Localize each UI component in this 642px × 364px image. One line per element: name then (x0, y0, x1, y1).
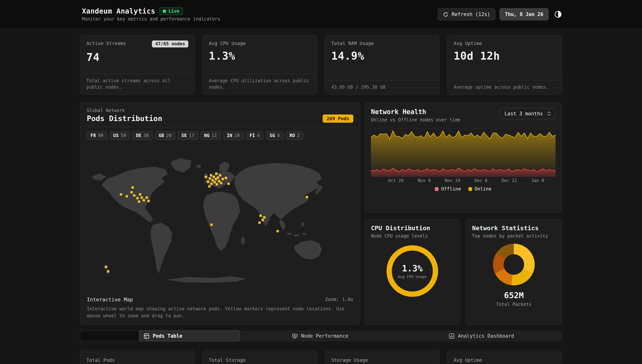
tab-analytics-dashboard[interactable]: Analytics Dashboard (401, 330, 562, 342)
stat-card-total-storage: Total Storage (202, 350, 317, 364)
offline-swatch-icon (435, 187, 439, 191)
map-zoom-label: Zoom: 1.0x (325, 296, 353, 302)
stat-label: Avg Uptime (454, 357, 482, 363)
country-count: 30 (143, 133, 149, 138)
health-chart-svg (371, 129, 556, 177)
refresh-button[interactable]: Refresh (12s) (438, 8, 495, 20)
stat-card-avg-cpu: Avg CPU Usage 1.3% Average CPU utilizati… (202, 35, 317, 95)
header: Xandeum Analytics Live Monitor your key … (0, 0, 642, 29)
pods-title: Pods Distribution (87, 114, 162, 123)
country-count: 17 (189, 133, 194, 138)
date-button[interactable]: Thu, 8 Jan 26 (500, 8, 548, 20)
country-code: IN (227, 133, 232, 138)
country-count: 4 (277, 133, 280, 138)
bar-chart-icon (449, 333, 455, 338)
stat-card-total-pods: Total Pods (80, 350, 195, 364)
chart-legend: Offline Online (371, 186, 556, 192)
tab-label: Pods Table (153, 333, 182, 338)
stat-description: 43.89 GB / 295.30 GB (325, 80, 439, 94)
chevron-up-down-icon (547, 111, 551, 116)
nodes-count-badge: 47/65 nodes (152, 40, 188, 48)
country-count: 99 (98, 133, 103, 138)
date-label: Thu, 8 Jan 26 (505, 12, 543, 17)
stat-card-avg-uptime: Avg Uptime 10d 12h Average uptime across… (447, 35, 562, 95)
country-chip-ng[interactable]: NG11 (200, 131, 221, 140)
country-chip-us[interactable]: US59 (110, 131, 130, 140)
bottom-stats-row: Total Pods Total Storage Storage Usage A… (80, 350, 562, 364)
country-chip-ro[interactable]: RO2 (286, 131, 303, 140)
legend-item-online: Online (468, 186, 492, 192)
live-badge: Live (159, 7, 183, 15)
map-footer-label: Interactive Map (87, 296, 133, 303)
stat-label: Total Pods (86, 357, 115, 363)
tab-node-performance[interactable]: Node Performance (240, 330, 401, 342)
time-range-select[interactable]: Last 3 months (500, 108, 555, 119)
country-chip-sg[interactable]: SG4 (266, 131, 284, 140)
app-title: Xandeum Analytics (82, 7, 155, 15)
country-chip-de[interactable]: DE30 (132, 131, 153, 140)
country-code: FI (250, 133, 255, 138)
world-map-svg (87, 142, 353, 296)
x-tick: Nov 9 (418, 178, 431, 183)
stat-label: Avg CPU Usage (209, 40, 246, 46)
country-count: 20 (166, 133, 171, 138)
stats-row: Active Streams 47/65 nodes 74 Total acti… (80, 35, 562, 95)
x-tick: Jan 8 (531, 178, 544, 183)
stat-value: 10d 12h (454, 50, 556, 62)
stat-label: Total Storage (209, 357, 246, 363)
bottom-tabbar: Pods Table Node Performance Analytics Da… (80, 330, 562, 342)
legend-label: Offline (441, 186, 461, 192)
country-chip-fr[interactable]: FR99 (87, 131, 107, 140)
country-code: SG (270, 133, 275, 138)
country-chip-in[interactable]: IN10 (223, 131, 244, 140)
country-code: NG (204, 133, 209, 138)
cpu-distribution-subtitle: Node CPU usage levels (371, 234, 428, 239)
country-code: DE (136, 133, 141, 138)
stat-value: 74 (86, 51, 188, 64)
network-health-chart[interactable] (371, 128, 556, 177)
network-health-title: Network Health (371, 108, 461, 116)
contrast-icon (554, 10, 562, 18)
network-health-subtitle: Online vs Offline nodes over time (371, 117, 461, 122)
x-tick: Oct 26 (388, 178, 403, 183)
stat-card-total-ram: Total RAM Usage 14.9% 43.89 GB / 295.30 … (325, 35, 440, 95)
time-range-value: Last 3 months (504, 111, 543, 116)
stat-value: 1.3% (209, 50, 311, 62)
network-statistics-card: Network Statistics Top nodes by packet a… (466, 219, 562, 325)
country-count: 4 (257, 133, 260, 138)
stat-label: Storage Usage (331, 357, 368, 363)
stat-card-active-streams: Active Streams 47/65 nodes 74 Total acti… (80, 35, 195, 95)
refresh-label: Refresh (12s) (452, 12, 490, 17)
network-statistics-title: Network Statistics (472, 224, 539, 232)
refresh-icon (443, 12, 449, 17)
country-code: SE (181, 133, 187, 138)
tab-label: Node Performance (301, 333, 348, 338)
divider (87, 127, 353, 127)
live-dot-icon (163, 10, 166, 12)
x-tick: Nov 24 (445, 178, 460, 183)
country-chip-gb[interactable]: GB20 (155, 131, 175, 140)
world-map[interactable] (87, 142, 353, 296)
total-packets-label: Total Packets (472, 302, 556, 307)
country-count: 10 (234, 133, 240, 138)
live-badge-label: Live (168, 8, 179, 14)
stat-description: Average uptime across public nodes. (448, 80, 562, 94)
country-code: GB (159, 133, 164, 138)
monitor-activity-icon (292, 333, 298, 338)
country-count: 59 (121, 133, 126, 138)
table-filter-input[interactable] (80, 330, 139, 342)
theme-toggle-button[interactable] (553, 9, 563, 20)
cpu-distribution-card: CPU Distribution Node CPU usage levels 1… (364, 219, 460, 325)
country-code: US (113, 133, 119, 138)
cpu-center-value: 1.3% (402, 264, 422, 273)
country-chips: FR99 US59 DE30 GB20 SE17 NG11 IN10 FI4 S… (87, 131, 353, 140)
map-description: Interactive world map showing active net… (87, 305, 353, 319)
pods-eyebrow: Global Network (87, 108, 353, 113)
country-chip-se[interactable]: SE17 (178, 131, 198, 140)
country-chip-fi[interactable]: FI4 (246, 131, 263, 140)
tab-pods-table[interactable]: Pods Table (139, 330, 240, 342)
legend-label: Online (475, 186, 491, 192)
stat-description: Average CPU utilization across public no… (203, 74, 317, 94)
stat-label: Total RAM Usage (331, 40, 374, 46)
network-statistics-subtitle: Top nodes by packet activity (472, 234, 548, 239)
